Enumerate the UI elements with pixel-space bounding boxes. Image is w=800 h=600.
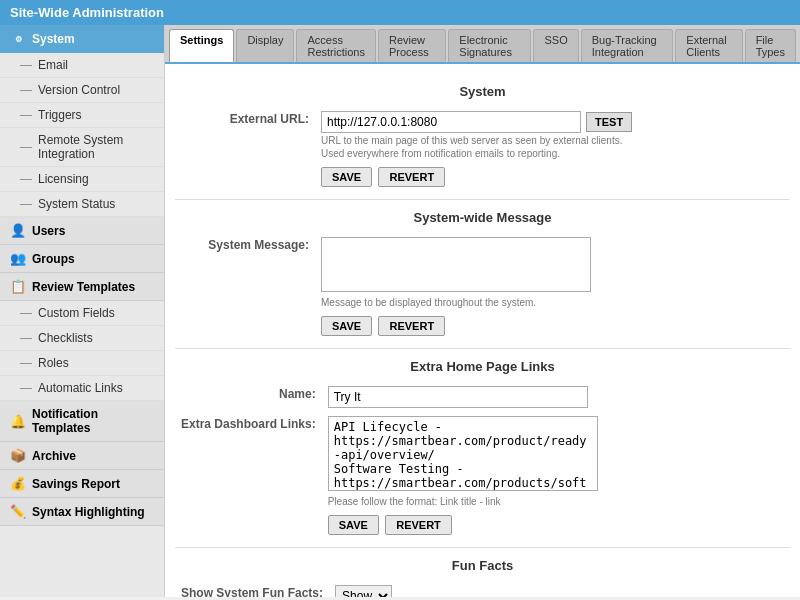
system-buttons: SAVE REVERT <box>315 163 790 191</box>
tab-file-types[interactable]: File Types <box>745 29 796 62</box>
sidebar-item-label: Version Control <box>38 83 120 97</box>
name-cell <box>322 382 790 412</box>
sidebar-groups-header[interactable]: 👥 Groups <box>0 245 164 273</box>
system-message-textarea[interactable] <box>321 237 591 292</box>
external-url-cell: TEST URL to the main page of this web se… <box>315 107 790 163</box>
system-message-save-button[interactable]: SAVE <box>321 316 372 336</box>
external-url-input[interactable] <box>321 111 581 133</box>
sidebar-users-header[interactable]: 👤 Users <box>0 217 164 245</box>
tab-external-clients[interactable]: External Clients <box>675 29 742 62</box>
sidebar-item-label: System Status <box>38 197 115 211</box>
archive-icon: 📦 <box>10 448 26 463</box>
sidebar-item-automatic-links[interactable]: — Automatic Links <box>0 376 164 401</box>
sidebar-item-label: Triggers <box>38 108 82 122</box>
savings-report-icon: 💰 <box>10 476 26 491</box>
system-message-form: System Message: Message to be displayed … <box>175 233 790 340</box>
sidebar-item-remote-system-integration[interactable]: — Remote System Integration <box>0 128 164 167</box>
format-hint: Please follow the format: Link title - l… <box>328 496 784 507</box>
users-icon: 👤 <box>10 223 26 238</box>
syntax-highlighting-icon: ✏️ <box>10 504 26 519</box>
sidebar-review-templates-label: Review Templates <box>32 280 135 294</box>
dashboard-links-cell: Please follow the format: Link title - l… <box>322 412 790 511</box>
sidebar-syntax-highlighting-label: Syntax Highlighting <box>32 505 145 519</box>
sidebar-item-system-status[interactable]: — System Status <box>0 192 164 217</box>
extra-links-form: Name: Extra Dashboard Links: Please foll… <box>175 382 790 539</box>
extra-links-buttons: SAVE REVERT <box>322 511 790 539</box>
header: Site-Wide Administration <box>0 0 800 25</box>
system-message-label: System Message: <box>175 233 315 312</box>
sidebar: ⚙ System — Email — Version Control — Tri… <box>0 25 165 597</box>
divider-3 <box>175 547 790 548</box>
dashboard-links-textarea[interactable] <box>328 416 598 491</box>
sidebar-archive-label: Archive <box>32 449 76 463</box>
external-url-hint2: Used everywhere from notification emails… <box>321 148 784 159</box>
name-input[interactable] <box>328 386 588 408</box>
system-message-cell: Message to be displayed throughout the s… <box>315 233 790 312</box>
extra-links-save-button[interactable]: SAVE <box>328 515 379 535</box>
sidebar-item-version-control[interactable]: — Version Control <box>0 78 164 103</box>
system-message-hint: Message to be displayed throughout the s… <box>321 297 784 308</box>
show-fun-facts-cell: Show Hide On the user's home page, shoul… <box>329 581 790 597</box>
system-revert-button[interactable]: REVERT <box>378 167 445 187</box>
system-message-revert-button[interactable]: REVERT <box>378 316 445 336</box>
sidebar-item-label: Custom Fields <box>38 306 115 320</box>
tab-sso[interactable]: SSO <box>533 29 578 62</box>
external-url-hint1: URL to the main page of this web server … <box>321 135 784 146</box>
tab-access-restrictions[interactable]: Access Restrictions <box>296 29 375 62</box>
sidebar-item-licensing[interactable]: — Licensing <box>0 167 164 192</box>
system-message-buttons: SAVE REVERT <box>315 312 790 340</box>
sidebar-notification-templates-header[interactable]: 🔔 Notification Templates <box>0 401 164 442</box>
main-content: Settings Display Access Restrictions Rev… <box>165 25 800 597</box>
sidebar-item-roles[interactable]: — Roles <box>0 351 164 376</box>
external-url-label: External URL: <box>175 107 315 163</box>
system-section-title: System <box>175 84 790 99</box>
tab-electronic-signatures[interactable]: Electronic Signatures <box>448 29 531 62</box>
system-save-button[interactable]: SAVE <box>321 167 372 187</box>
system-form: External URL: TEST URL to the main page … <box>175 107 790 191</box>
sidebar-notification-templates-label: Notification Templates <box>32 407 154 435</box>
tab-bar: Settings Display Access Restrictions Rev… <box>165 25 800 64</box>
review-templates-icon: 📋 <box>10 279 26 294</box>
sidebar-archive-header[interactable]: 📦 Archive <box>0 442 164 470</box>
sidebar-item-label: Automatic Links <box>38 381 123 395</box>
sidebar-item-label: Checklists <box>38 331 93 345</box>
sidebar-savings-report-header[interactable]: 💰 Savings Report <box>0 470 164 498</box>
sidebar-item-label: Remote System Integration <box>38 133 154 161</box>
divider-2 <box>175 348 790 349</box>
fun-facts-form: Show System Fun Facts: Show Hide On the … <box>175 581 790 597</box>
extra-links-revert-button[interactable]: REVERT <box>385 515 452 535</box>
sidebar-syntax-highlighting-header[interactable]: ✏️ Syntax Highlighting <box>0 498 164 526</box>
sidebar-item-label: Roles <box>38 356 69 370</box>
system-icon: ⚙ <box>10 31 26 47</box>
tab-settings[interactable]: Settings <box>169 29 234 62</box>
system-message-section-title: System-wide Message <box>175 210 790 225</box>
groups-icon: 👥 <box>10 251 26 266</box>
tab-review-process[interactable]: Review Process <box>378 29 446 62</box>
sidebar-item-label: Email <box>38 58 68 72</box>
sidebar-system-header[interactable]: ⚙ System <box>0 25 164 53</box>
sidebar-item-email[interactable]: — Email <box>0 53 164 78</box>
tab-bug-tracking-integration[interactable]: Bug-Tracking Integration <box>581 29 674 62</box>
name-label: Name: <box>175 382 322 412</box>
show-fun-facts-label: Show System Fun Facts: <box>175 581 329 597</box>
show-fun-facts-select[interactable]: Show Hide <box>335 585 392 597</box>
test-button[interactable]: TEST <box>586 112 632 132</box>
sidebar-savings-report-label: Savings Report <box>32 477 120 491</box>
sidebar-item-checklists[interactable]: — Checklists <box>0 326 164 351</box>
sidebar-groups-label: Groups <box>32 252 75 266</box>
sidebar-item-triggers[interactable]: — Triggers <box>0 103 164 128</box>
header-title: Site-Wide Administration <box>10 5 164 20</box>
sidebar-item-label: Licensing <box>38 172 89 186</box>
notification-templates-icon: 🔔 <box>10 414 26 429</box>
sidebar-users-label: Users <box>32 224 65 238</box>
dashboard-links-label: Extra Dashboard Links: <box>175 412 322 511</box>
settings-content: System External URL: TEST URL to the mai… <box>165 64 800 597</box>
fun-facts-section-title: Fun Facts <box>175 558 790 573</box>
divider-1 <box>175 199 790 200</box>
sidebar-item-custom-fields[interactable]: — Custom Fields <box>0 301 164 326</box>
extra-home-page-links-title: Extra Home Page Links <box>175 359 790 374</box>
sidebar-system-label: System <box>32 32 75 46</box>
sidebar-review-templates-header[interactable]: 📋 Review Templates <box>0 273 164 301</box>
tab-display[interactable]: Display <box>236 29 294 62</box>
